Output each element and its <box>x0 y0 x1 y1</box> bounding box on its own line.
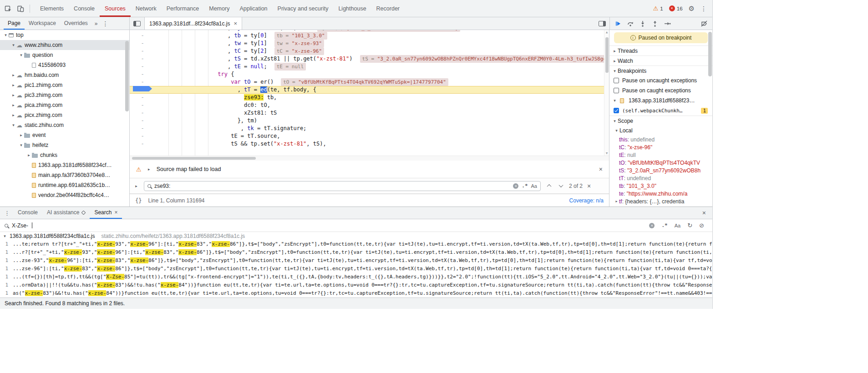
navigator-tab-overrides[interactable]: Overrides <box>60 17 92 30</box>
expand-arrow-icon[interactable]: ▸ <box>614 199 619 203</box>
pause-caught-exceptions-row[interactable]: Pause on caught exceptions <box>609 86 712 96</box>
tab-performance[interactable]: Performance <box>162 0 204 17</box>
scope-local-header[interactable]: ▾Local <box>609 126 712 136</box>
pretty-print-button[interactable]: {} <box>135 197 142 204</box>
tab-privacy-and-security[interactable]: Privacy and security <box>273 0 334 17</box>
editor-horizontal-scrollbar[interactable] <box>130 156 609 161</box>
section-threads[interactable]: ▸Threads <box>609 45 712 55</box>
scrollbar-thumb[interactable] <box>605 37 609 73</box>
code-line[interactable]: - , tS = td.xZst81 || tp.get("x-zst-81")… <box>130 55 609 63</box>
search-result-row[interactable]: 1...zse-93","x-zse-96"]:[ti,"x-zse-83","… <box>0 257 712 265</box>
gutter-cell[interactable]: - <box>130 55 155 63</box>
gutter-cell[interactable]: - <box>130 117 155 125</box>
close-tab-icon[interactable]: × <box>114 209 117 216</box>
gutter-cell[interactable]: - <box>130 140 155 148</box>
tree-item-top[interactable]: ▾top <box>0 30 129 40</box>
tree-expand-arrow-icon[interactable]: ▾ <box>10 123 16 127</box>
tree-item-picx-zhimg-com[interactable]: ▸☁picx.zhimg.com <box>0 110 129 120</box>
gutter-cell[interactable]: - <box>130 63 155 71</box>
device-toolbar-icon[interactable] <box>16 4 25 13</box>
gutter-cell[interactable]: - <box>130 32 155 40</box>
tree-item-heifetz[interactable]: ▾heifetz <box>0 140 129 150</box>
refresh-icon[interactable]: ↻ <box>687 222 692 229</box>
drawer-tab-search[interactable]: Search× <box>90 207 122 219</box>
step-into-button[interactable] <box>639 20 646 27</box>
gutter-cell[interactable]: - <box>130 40 155 47</box>
clear-input-icon[interactable]: × <box>513 183 518 189</box>
tree-item-static-zhihu-com[interactable]: ▾☁static.zhihu.com <box>0 120 129 130</box>
coverage-link[interactable]: Coverage: n/a <box>569 197 604 204</box>
drawer-tab-ai-assistance[interactable]: AI assistance <box>42 207 90 219</box>
editor-vertical-scrollbar[interactable]: ▲ ▼ <box>604 30 609 156</box>
step-out-button[interactable] <box>651 20 659 27</box>
tree-item-www-zhihu-com[interactable]: ▾☁www.zhihu.com <box>0 40 129 50</box>
tab-elements[interactable]: Elements <box>35 0 69 17</box>
search-result-row[interactable]: 1...ormData)||!!(tu&&tu.has("x-zse-83")&… <box>0 281 712 289</box>
more-tabs-chevron[interactable]: » <box>92 17 101 30</box>
tree-expand-arrow-icon[interactable]: ▸ <box>26 153 32 157</box>
close-warning-icon[interactable]: × <box>599 166 603 173</box>
tree-expand-arrow-icon[interactable]: ▸ <box>10 93 16 97</box>
tree-expand-arrow-icon[interactable]: ▸ <box>10 103 16 107</box>
inspect-element-icon[interactable] <box>4 4 13 13</box>
checkbox-unchecked-icon[interactable] <box>614 78 619 83</box>
tab-application[interactable]: Application <box>234 0 272 17</box>
code-line[interactable]: - var tO = er()tO = "vBfUbMtKfBqPTts4TO4… <box>130 78 609 86</box>
close-find-bar-icon[interactable]: × <box>587 182 591 190</box>
search-result-row[interactable]: 1...te;return tr?[tr+"_"+ti,"x-zse-93","… <box>0 240 712 248</box>
match-case-toggle-icon[interactable]: Aa <box>675 223 680 228</box>
gutter-cell[interactable]: - <box>130 47 155 55</box>
deactivate-breakpoints-button[interactable] <box>700 20 708 27</box>
gutter-cell[interactable]: - <box>130 101 155 109</box>
drawer-tab-console[interactable]: Console <box>13 207 42 219</box>
paused-code-line[interactable]: , tT = ed(te, tf.body, { <box>130 86 609 94</box>
tree-expand-arrow-icon[interactable]: ▸ <box>10 83 16 87</box>
search-result-row[interactable]: 1...zse-96"]:[ti,"x-zse-83","x-zse-86"]}… <box>0 265 712 273</box>
gutter-cell[interactable]: - <box>130 94 155 101</box>
collapse-arrow-icon[interactable]: ▾ <box>2 232 8 240</box>
close-drawer-icon[interactable]: × <box>702 207 711 219</box>
tree-expand-arrow-icon[interactable]: ▾ <box>3 33 9 37</box>
code-line[interactable]: - , tw = ty[1]tw = "x-zse-93" <box>130 40 609 47</box>
code-line[interactable]: - dc0: tO, <box>130 101 609 109</box>
tab-network[interactable]: Network <box>131 0 162 17</box>
tab-lighthouse[interactable]: Lighthouse <box>333 0 371 17</box>
code-line[interactable]: - , tb = ty[0]tb = "101_3_3.0" <box>130 32 609 40</box>
step-over-button[interactable] <box>627 20 634 27</box>
checkbox-unchecked-icon[interactable] <box>614 88 619 93</box>
previous-match-icon[interactable] <box>545 182 553 190</box>
section-watch[interactable]: ▸Watch <box>609 55 712 66</box>
tree-item-pic1-zhimg-com[interactable]: ▸☁pic1.zhimg.com <box>0 80 129 90</box>
tree-item-runtime-app-691a82635c1b[interactable]: runtime.app.691a82635c1b… <box>0 180 129 190</box>
tree-item-chunks[interactable]: ▸chunks <box>0 150 129 160</box>
tree-item-main-app-fa3f7360b3704e8[interactable]: main.app.fa3f7360b3704e8… <box>0 170 129 180</box>
replace-toggle-icon[interactable]: ▸ <box>133 184 139 188</box>
sidebar-scrollbar[interactable] <box>708 32 712 76</box>
navigator-tab-page[interactable]: Page <box>4 17 25 30</box>
tree-item-vendor-2be0f44f82bcffc4c4[interactable]: vendor.2be0f44f82bcffc4c4… <box>0 190 129 200</box>
tree-expand-arrow-icon[interactable]: ▸ <box>10 113 16 117</box>
tree-item-question[interactable]: ▾question <box>0 50 129 60</box>
settings-gear-icon[interactable]: ⚙ <box>689 5 695 13</box>
pause-uncaught-exceptions-row[interactable]: Pause on uncaught exceptions <box>609 76 712 86</box>
tab-console[interactable]: Console <box>69 0 100 17</box>
navigator-scrollbar[interactable] <box>125 41 129 111</box>
checkbox-checked-icon[interactable] <box>614 108 619 113</box>
tree-item-event[interactable]: ▸event <box>0 130 129 140</box>
breakpoint-file-group[interactable]: ▾1363.app.3181df6588f23… <box>609 96 712 106</box>
tree-item-hm-baidu-com[interactable]: ▸☁hm.baidu.com <box>0 70 129 80</box>
tree-expand-arrow-icon[interactable]: ▸ <box>10 73 16 77</box>
tree-item-pica-zhimg-com[interactable]: ▸☁pica.zhimg.com <box>0 100 129 110</box>
scrollbar-thumb[interactable] <box>132 157 256 160</box>
resume-button[interactable] <box>614 20 622 27</box>
scroll-down-icon[interactable]: ▼ <box>606 151 608 156</box>
scroll-up-icon[interactable]: ▲ <box>606 30 608 35</box>
close-tab-icon[interactable]: × <box>233 20 237 27</box>
gutter-cell[interactable] <box>130 86 155 94</box>
search-query-text[interactable]: X-Zse- <box>12 222 28 229</box>
search-result-file-header[interactable]: ▾1363.app.3181df6588f234cf8a1c.jsstatic.… <box>0 232 712 240</box>
navigator-menu-icon[interactable]: ⋮ <box>101 17 111 30</box>
code-line[interactable]: - xZst81: tS <box>130 109 609 117</box>
navigator-tab-workspace[interactable]: Workspace <box>25 17 60 30</box>
toggle-debugger-sidebar-icon[interactable] <box>599 21 606 26</box>
